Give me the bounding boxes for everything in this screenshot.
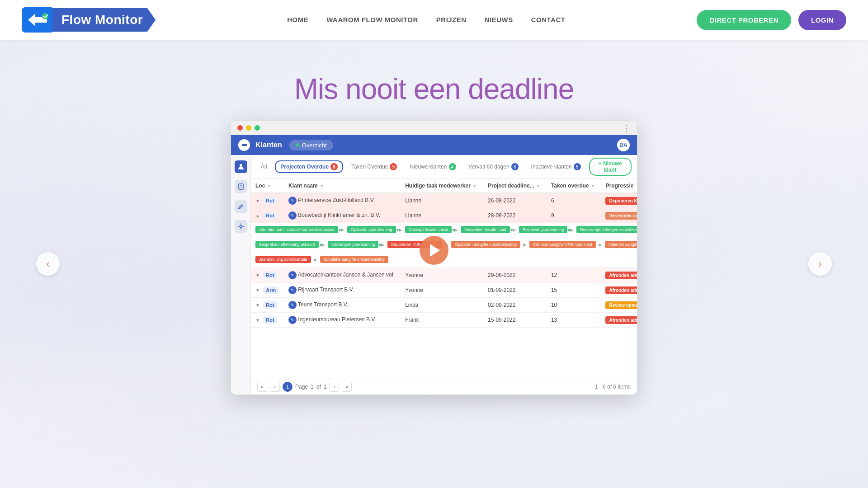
badge-rot-5: Rot: [263, 301, 277, 309]
window-maximize-dot[interactable]: [255, 125, 260, 131]
window-chrome: ⋮: [231, 121, 637, 135]
sidebar-icon-edit[interactable]: [235, 200, 247, 213]
edit-icon-row2[interactable]: ✎: [288, 211, 297, 220]
sort-deadline-icon: ▼: [536, 183, 541, 188]
window-menu-icon[interactable]: ⋮: [623, 123, 631, 133]
svg-rect-5: [239, 184, 243, 189]
progress-badge-3: Afronden administratie/ samenstelldossie…: [605, 272, 637, 279]
col-deadline[interactable]: Project deadline...▼: [483, 179, 547, 193]
tab-nieuwe-klanten[interactable]: Nieuwe klanten 4: [405, 161, 460, 172]
table-row: ▼ Rot ✎ Ingenieursbureau Pietersen B.V. …: [251, 313, 637, 328]
expand-icon-row1[interactable]: ▼: [255, 198, 260, 203]
tab-taken-label: Taken Overdue: [351, 164, 388, 170]
login-button[interactable]: LOGIN: [798, 10, 846, 30]
row4-progress: Afronden administratie/ samenstelldossie…: [601, 283, 637, 298]
edit-icon-row1[interactable]: ✎: [288, 197, 297, 205]
nav-home[interactable]: HOME: [287, 16, 308, 23]
sort-klant-icon: ▼: [320, 183, 324, 188]
expand-icon-row6[interactable]: ▼: [255, 318, 260, 323]
chevron-right-icon: ›: [818, 258, 822, 270]
row4-name: ✎ Rijrvaart Transport B.V.: [284, 283, 401, 298]
play-button[interactable]: [420, 236, 448, 265]
sort-med-icon: ▼: [472, 183, 477, 188]
tab-inactieve-label: Inactieve klanten: [531, 164, 572, 170]
tab-inactieve[interactable]: Inactieve klanten 6: [527, 161, 585, 172]
progress-badge-2: Verzenden concept rapport: [605, 212, 637, 220]
nav-contact[interactable]: CONTACT: [531, 16, 566, 23]
app-sidebar: [231, 155, 251, 394]
sidebar-icon-clients[interactable]: [235, 160, 247, 173]
workflow-bar-1: Afronden administratie/ samenstelstossie…: [255, 226, 637, 233]
expand-icon-row2[interactable]: ▲: [255, 213, 260, 218]
page-items-info: 1 - 6 of 6 items: [595, 384, 631, 390]
expand-icon-row3[interactable]: ▼: [255, 273, 260, 278]
page-last-button[interactable]: »: [342, 382, 352, 392]
page-prev-button[interactable]: ‹: [270, 382, 280, 392]
tab-nieuwe-badge: 4: [449, 163, 456, 170]
try-button[interactable]: DIRECT PROBEREN: [697, 10, 791, 30]
row6-name: ✎ Ingenieursbureau Pietersen B.V.: [284, 313, 401, 328]
app-header: Klanten Overzicht DA: [231, 135, 637, 155]
row2-loc: ▲ Rot: [251, 208, 284, 223]
col-klant[interactable]: Klant naam▼: [284, 179, 401, 193]
chevron-left-icon: ‹: [46, 258, 50, 270]
app-mockup-wrapper: ⋮ Klanten Overzicht DA: [231, 106, 637, 395]
tab-taken-badge: 5: [390, 163, 397, 170]
badge-rot-2: Rot: [263, 212, 277, 219]
window-close-dot[interactable]: [237, 125, 243, 131]
nav-nieuws[interactable]: NIEUWS: [485, 16, 513, 23]
row2-medewerker: Lianne: [401, 208, 483, 223]
tab-all[interactable]: All: [256, 162, 271, 172]
workflow-row-1: Afronden administratie/ samenstelstossie…: [251, 223, 637, 238]
tabs-bar: All Projecten Overdue 8 Taken Overdue 5 …: [251, 155, 637, 179]
page-current-display: 1: [311, 384, 314, 390]
edit-icon-row6[interactable]: ✎: [288, 316, 297, 324]
window-minimize-dot[interactable]: [246, 125, 251, 131]
nav-prijzen[interactable]: PRIJZEN: [436, 16, 467, 23]
row5-progress: Review opmerkingen verwerken: [601, 298, 637, 313]
carousel-prev-button[interactable]: ‹: [36, 252, 60, 276]
row1-overdue: 6: [547, 193, 601, 208]
tab-vervalt-badge: 8: [511, 163, 519, 170]
new-client-button[interactable]: + Nieuwe klant: [589, 158, 632, 176]
row4-medewerker: Yvonne: [401, 283, 483, 298]
data-table-wrapper: Loc▼ Klant naam▼ Huidige taak medewerker…: [251, 179, 637, 379]
table-row: ▲ Rot ✎ Bouwbedrijf Klinkhamer & zn. B.V…: [251, 208, 637, 223]
badge-rot-1: Rot: [263, 197, 277, 204]
row5-overdue: 10: [547, 298, 601, 313]
row3-deadline: 29-08-2022: [483, 268, 547, 283]
wf-step: Bespreken/ aftekening akkoord: [255, 241, 319, 248]
wf-arrow: ▶: [314, 257, 317, 262]
tab-vervalt[interactable]: Vervalt 60 dagen 8: [464, 161, 523, 172]
expand-icon-row5[interactable]: ▼: [255, 303, 260, 308]
row1-name: ✎ Printerservice Zuid-Holland B.V.: [284, 193, 401, 208]
badge-arm-4: Arm: [263, 286, 278, 294]
tab-projecten-overdue[interactable]: Projecten Overdue 8: [275, 160, 343, 173]
col-overdue[interactable]: Taken overdue▼: [547, 179, 601, 193]
tab-nieuwe-label: Nieuwe klanten: [410, 164, 447, 170]
edit-icon-row3[interactable]: ✎: [288, 271, 297, 279]
logo[interactable]: Flow Monitor: [22, 7, 156, 33]
sidebar-icon-settings[interactable]: [235, 220, 247, 233]
page-first-button[interactable]: «: [257, 382, 267, 392]
page-next-button[interactable]: ›: [329, 382, 339, 392]
expand-icon-row4[interactable]: ▼: [255, 288, 260, 293]
wf-step: Suppletie aangifte omzetbelasting: [320, 256, 388, 263]
row3-progress: Afronden administratie/ samenstelldossie…: [601, 268, 637, 283]
app-header-tab[interactable]: Overzicht: [289, 140, 333, 150]
tab-inactieve-badge: 6: [574, 163, 581, 170]
app-header-title: Klanten: [255, 141, 282, 149]
tab-taken-overdue[interactable]: Taken Overdue 5: [347, 161, 401, 172]
edit-icon-row5[interactable]: ✎: [288, 301, 297, 309]
row5-medewerker: Linda: [401, 298, 483, 313]
carousel-next-button[interactable]: ›: [808, 252, 832, 276]
pagination: « ‹ 1 Page 1 of 1 › » 1 - 6 of 6 items: [251, 379, 637, 394]
edit-icon-row4[interactable]: ✎: [288, 286, 297, 294]
page-current-button[interactable]: 1: [283, 382, 292, 392]
sidebar-icon-docs[interactable]: [235, 180, 247, 193]
col-medewerker[interactable]: Huidige taak medewerker▼: [401, 179, 483, 193]
row5-deadline: 02-09-2022: [483, 298, 547, 313]
col-loc[interactable]: Loc▼: [251, 179, 284, 193]
app-body: All Projecten Overdue 8 Taken Overdue 5 …: [231, 155, 637, 394]
nav-waarom[interactable]: WAAROM FLOW MONITOR: [326, 16, 418, 23]
